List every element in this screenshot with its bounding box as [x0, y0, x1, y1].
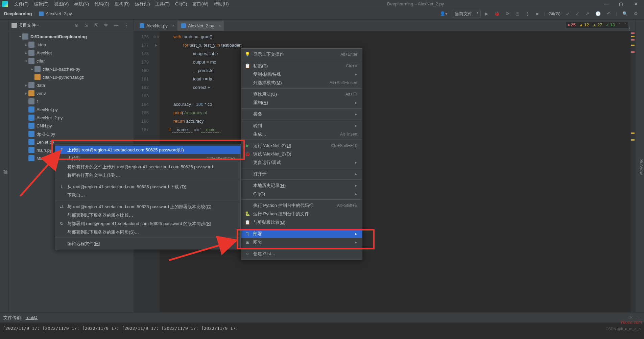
deploy-submenu[interactable]: ⤒上传到 root@region-41.seetacloud.com:50625…	[55, 144, 241, 249]
right-stripe-sciview[interactable]: SciView	[639, 159, 644, 175]
menu-item[interactable]: 下载自…	[55, 191, 240, 199]
expand-arrow-icon[interactable]: ▸	[30, 67, 34, 71]
git-push-button[interactable]: ↗	[583, 10, 591, 17]
inspection-down[interactable]: ˅	[624, 22, 626, 27]
project-hide[interactable]: —	[112, 23, 120, 28]
tree-item[interactable]: ▾D:\Document\Deeplearning	[9, 32, 134, 41]
git-commit-button[interactable]: ✓	[574, 10, 581, 17]
menu-item[interactable]: ⇄与 root@region-41.seetacloud.com:50625 p…	[55, 202, 240, 211]
expand-arrow-icon[interactable]: ▾	[18, 35, 22, 39]
tree-item[interactable]: AlexNet_2.py	[9, 114, 134, 122]
tree-item[interactable]: ▸venv	[9, 89, 134, 97]
menu-item[interactable]: 生成…Alt+Insert	[241, 130, 362, 138]
tree-item[interactable]: ▸AlexNet	[9, 49, 134, 57]
menu-item[interactable]: 将所有打开的文件上传到 root@region-41.seetacloud.co…	[55, 163, 240, 171]
minimize-button[interactable]: —	[600, 1, 613, 6]
menu-run[interactable]: 运行(U)	[132, 1, 152, 7]
profile-button[interactable]: ◷	[514, 10, 521, 17]
run-coverage-button[interactable]: ⟳	[504, 10, 511, 17]
menu-window[interactable]: 窗口(W)	[190, 1, 211, 7]
stop-button[interactable]: ■	[534, 10, 541, 17]
menu-item[interactable]: 🐍运行 Python 控制台中的文件	[241, 210, 362, 218]
menu-file[interactable]: 文件(F)	[11, 1, 31, 7]
run-config-selector[interactable]: 当前文件	[452, 10, 481, 18]
menu-item[interactable]: 更多运行/调试▸	[241, 158, 362, 167]
menu-item[interactable]: 上传到…Ctrl+Alt+Shift+X	[55, 154, 240, 163]
menu-view[interactable]: 视图(V)	[51, 1, 71, 7]
expand-arrow-icon[interactable]: ▸	[24, 83, 28, 87]
menu-item[interactable]: 折叠▸	[241, 110, 362, 118]
inspection-widget[interactable]: ● 25 ▲ 12 ▲ 27 ✓ 13 ˄ ˅	[566, 22, 628, 28]
menu-tools[interactable]: 工具(T)	[152, 1, 172, 7]
menu-item[interactable]: ⊞图表▸	[241, 238, 362, 246]
tree-item[interactable]: ▸cifar-10-batches-py	[9, 65, 134, 73]
error-stripe[interactable]	[630, 31, 635, 312]
menu-item[interactable]: 重构(R)▸	[241, 98, 362, 107]
expand-arrow-icon[interactable]: ▾	[24, 59, 28, 63]
file-transfer-log[interactable]: [2022/11/9 17: [2022/11/9 17: [2022/11/9…	[0, 323, 644, 339]
close-button[interactable]: ✕	[629, 1, 643, 6]
breadcrumb-file[interactable]: AlexNet_2.py	[46, 11, 72, 16]
menu-nav[interactable]: 导航(N)	[71, 1, 92, 7]
expand-arrow-icon[interactable]: ▸	[24, 51, 28, 55]
menu-item[interactable]: ⇅部署▸	[241, 229, 362, 238]
git-update-button[interactable]: ↙	[564, 10, 572, 17]
tab-close-icon[interactable]: ×	[219, 24, 221, 28]
tree-item[interactable]: ▸data	[9, 81, 134, 89]
editor-tab[interactable]: AlexNet.py×	[136, 21, 177, 31]
project-more[interactable]: ⋮	[122, 23, 131, 28]
inspection-up[interactable]: ˄	[618, 22, 621, 27]
menu-item[interactable]: 与部署到以下服务器的版本同步(S)…	[55, 228, 240, 236]
project-title[interactable]: 项目文件 ▾	[11, 22, 39, 28]
menu-code[interactable]: 代码(C)	[92, 1, 112, 7]
menu-item[interactable]: 将所有打开的文件上传到…	[55, 171, 240, 179]
debug-button[interactable]: 🐞	[492, 10, 502, 17]
editor-context-menu[interactable]: 💡显示上下文操作Alt+Enter📋粘贴(P)Ctrl+V复制/粘贴特殊▸列选择…	[241, 48, 362, 260]
menu-item[interactable]: 查找用法(U)Alt+F7	[241, 90, 362, 98]
file-transfer-settings[interactable]: ✲	[629, 315, 633, 320]
tab-close-icon[interactable]: ×	[172, 24, 174, 28]
breadcrumb-project[interactable]: Deeplearning	[4, 11, 32, 16]
settings-button[interactable]: ⚙	[632, 10, 640, 17]
file-transfer-hide[interactable]: —	[636, 315, 641, 320]
expand-arrow-icon[interactable]: ▸	[24, 92, 28, 95]
menu-item[interactable]: Git(G)▸	[241, 190, 362, 198]
tree-item[interactable]: CNN.py	[9, 122, 134, 130]
menu-item[interactable]: 本地历史记录(H)▸	[241, 181, 362, 190]
menu-item[interactable]: ↻与部署到 root@region-41.seetacloud.com:5062…	[55, 219, 240, 228]
tree-item[interactable]: 1	[9, 97, 134, 105]
menu-item[interactable]: ⤒上传到 root@region-41.seetacloud.com:50625…	[55, 146, 240, 154]
project-expand-all[interactable]: ⇲	[82, 23, 90, 28]
run-more-button[interactable]: ⋮	[523, 10, 532, 17]
maximize-button[interactable]: ▢	[614, 1, 628, 6]
project-settings[interactable]: ✲	[102, 23, 110, 28]
git-rollback-button[interactable]: ↶	[605, 10, 613, 17]
menu-item[interactable]: 📋与剪贴板比较(B)	[241, 218, 362, 226]
menu-refactor[interactable]: 重构(R)	[112, 1, 132, 7]
search-everywhere-button[interactable]: 🔍	[620, 10, 630, 17]
menu-item[interactable]: 打开于▸	[241, 170, 362, 178]
menu-edit[interactable]: 编辑(E)	[31, 1, 51, 7]
project-select-opened-file[interactable]: ⊙	[73, 23, 80, 28]
menu-item[interactable]: 列选择模式(M)Alt+Shift+Insert	[241, 78, 362, 87]
menu-item[interactable]: 编辑远程文件(M)	[55, 239, 240, 248]
tree-item[interactable]: ▾cifar	[9, 57, 134, 65]
menu-item[interactable]: 与部署到以下服务器的版本比较…	[55, 211, 240, 219]
menu-item[interactable]: 📋粘贴(P)Ctrl+V	[241, 62, 362, 70]
menu-help[interactable]: 帮助(H)	[211, 1, 231, 7]
menu-item[interactable]: 转到▸	[241, 121, 362, 130]
menu-item[interactable]: ▶运行 'AlexNet_2'(U)Ctrl+Shift+F10	[241, 141, 362, 150]
account-icon[interactable]: 👤▾	[438, 10, 450, 17]
git-history-button[interactable]: 🕓	[593, 10, 603, 17]
menu-item[interactable]: ○创建 Gist…	[241, 249, 362, 258]
tree-item[interactable]: cifar-10-python.tar.gz	[9, 73, 134, 81]
menu-item[interactable]: ⤓从 root@region-41.seetacloud.com:50625 p…	[55, 183, 240, 191]
run-button[interactable]: ▶	[483, 10, 490, 17]
tree-item[interactable]: dp-3-1.py	[9, 130, 134, 138]
tree-item[interactable]: ▸.idea	[9, 41, 134, 49]
file-transfer-host[interactable]: root@	[26, 315, 38, 320]
menu-item[interactable]: 💡显示上下文操作Alt+Enter	[241, 50, 362, 58]
project-collapse-all[interactable]: ⇱	[92, 23, 100, 28]
menu-git[interactable]: Git(G)	[172, 1, 190, 6]
expand-arrow-icon[interactable]: ▸	[24, 43, 28, 47]
